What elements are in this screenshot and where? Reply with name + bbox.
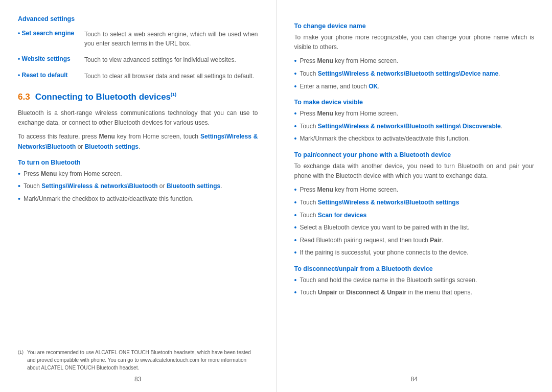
bullet-dot-1: • bbox=[18, 169, 20, 179]
website-settings-label: • Website settings bbox=[18, 55, 84, 62]
access-text: To access this feature, press Menu key f… bbox=[18, 132, 258, 151]
page-number-right: 84 bbox=[411, 376, 418, 383]
turn-on-bullet-1: • Press Menu key from Home screen. bbox=[18, 169, 258, 179]
make-device-visible-title: To make device visible bbox=[294, 99, 535, 106]
chapter-title-text: Connecting to Bluetooth devices(1) bbox=[35, 92, 176, 102]
reset-to-default-label: • Reset to default bbox=[18, 72, 84, 79]
turn-on-bluetooth-title: To turn on Bluetooth bbox=[18, 159, 258, 166]
set-search-engine-desc: Touch to select a web search engine, whi… bbox=[84, 30, 258, 48]
bullet-dot-3: • bbox=[18, 194, 20, 204]
change-name-intro: To make your phone more recognizable, yo… bbox=[294, 33, 535, 52]
pair-connect-title: To pair/connect your phone with a Blueto… bbox=[294, 151, 535, 158]
footnote: (1) You are recommended to use ALCATEL O… bbox=[18, 349, 258, 372]
page-number-left: 83 bbox=[134, 376, 141, 383]
set-search-engine-row: • Set search engine Touch to select a we… bbox=[18, 30, 258, 48]
pair-bullet-5: • Read Bluetooth pairing request, and th… bbox=[294, 236, 535, 246]
pair-bullet-4: • Select a Bluetooth device you want to … bbox=[294, 223, 535, 233]
visible-bullet-1: • Press Menu key from Home screen. bbox=[294, 109, 535, 119]
website-settings-desc: Touch to view advanced settings for indi… bbox=[84, 55, 236, 64]
change-device-name-title: To change device name bbox=[294, 22, 535, 30]
pair-intro: To exchange data with another device, yo… bbox=[294, 162, 535, 181]
pair-bullet-3: • Touch Scan for devices bbox=[294, 211, 535, 221]
reset-to-default-row: • Reset to default Touch to clear all br… bbox=[18, 72, 258, 81]
turn-on-text-1: Press Menu key from Home screen. bbox=[24, 169, 122, 178]
change-name-bullet-1: • Press Menu key from Home screen. bbox=[294, 56, 535, 66]
pair-bullet-6: • If the pairing is successful, your pho… bbox=[294, 248, 535, 258]
visible-bullet-3: • Mark/Unmark the checkbox to activate/d… bbox=[294, 134, 535, 144]
turn-on-text-3: Mark/Unmark the checkbox to activate/dea… bbox=[24, 194, 194, 203]
bluetooth-intro: Bluetooth is a short-range wireless comm… bbox=[18, 108, 258, 128]
chapter-sup: (1) bbox=[171, 92, 176, 97]
disconnect-bullet-2: • Touch Unpair or Disconnect & Unpair in… bbox=[294, 288, 535, 298]
turn-on-bullet-3: • Mark/Unmark the checkbox to activate/d… bbox=[18, 194, 258, 204]
pair-bullet-2: • Touch Settings\Wireless & networks\Blu… bbox=[294, 198, 535, 208]
disconnect-bullet-1: • Touch and hold the device name in the … bbox=[294, 275, 535, 286]
change-name-bullet-3: • Enter a name, and touch OK. bbox=[294, 82, 535, 92]
pair-bullet-1: • Press Menu key from Home screen. bbox=[294, 185, 535, 195]
right-page: To change device name To make your phone… bbox=[277, 0, 553, 392]
chapter-heading: 6.3 Connecting to Bluetooth devices(1) bbox=[18, 92, 258, 102]
bullet-dot-2: • bbox=[18, 181, 20, 192]
left-page: Advanced settings • Set search engine To… bbox=[0, 0, 277, 392]
turn-on-text-2: Touch Settings\Wireless & networks\Bluet… bbox=[24, 181, 222, 191]
footnote-text: You are recommended to use ALCATEL ONE T… bbox=[27, 349, 258, 372]
set-search-engine-label: • Set search engine bbox=[18, 30, 84, 37]
advanced-settings-title: Advanced settings bbox=[18, 15, 258, 22]
reset-to-default-desc: Touch to clear all browser data and rese… bbox=[84, 72, 254, 81]
disconnect-title: To disconnect/unpair from a Bluetooth de… bbox=[294, 265, 535, 272]
change-name-bullet-2: • Touch Settings\Wireless & networks\Blu… bbox=[294, 69, 535, 79]
website-settings-row: • Website settings Touch to view advance… bbox=[18, 55, 258, 64]
footnote-number: (1) bbox=[18, 349, 27, 356]
turn-on-bullet-2: • Touch Settings\Wireless & networks\Blu… bbox=[18, 181, 258, 192]
chapter-number: 6.3 bbox=[18, 92, 30, 102]
visible-bullet-2: • Touch Settings\Wireless & networks\Blu… bbox=[294, 122, 535, 132]
